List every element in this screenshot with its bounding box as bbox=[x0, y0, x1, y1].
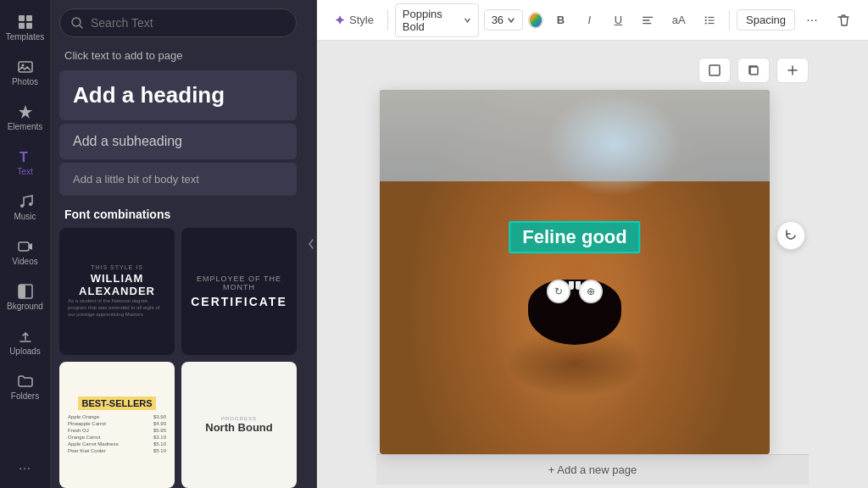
sidebar-item-photos[interactable]: Photos bbox=[3, 52, 47, 93]
search-input[interactable] bbox=[91, 16, 286, 30]
divider-1 bbox=[387, 10, 388, 30]
videos-label: Videos bbox=[12, 257, 37, 266]
font-name: Poppins Bold bbox=[403, 8, 460, 33]
svg-rect-15 bbox=[705, 16, 707, 18]
add-page-button[interactable]: + Add a new page bbox=[376, 454, 809, 485]
add-button[interactable] bbox=[776, 58, 809, 83]
refresh-icon bbox=[784, 229, 798, 242]
font-picker[interactable]: Poppins Bold bbox=[395, 3, 479, 37]
add-heading-button[interactable]: Add a heading bbox=[59, 70, 297, 120]
sidebar-item-folders[interactable]: Folders bbox=[3, 366, 47, 408]
music-label: Music bbox=[14, 212, 36, 221]
sidebar-item-videos[interactable]: Videos bbox=[3, 231, 47, 273]
divider-2 bbox=[729, 10, 730, 30]
text-element[interactable]: Feline good bbox=[509, 221, 640, 253]
svg-text:T: T bbox=[19, 150, 28, 164]
align-icon bbox=[642, 14, 654, 27]
copy-button[interactable] bbox=[737, 58, 770, 83]
main-area: Style Poppins Bold 36 B I U aA bbox=[317, 0, 868, 488]
svg-rect-17 bbox=[705, 22, 707, 24]
combo-north-bound-title: North Bound bbox=[190, 421, 288, 434]
frame-button[interactable] bbox=[698, 58, 731, 83]
font-combo-william-alexander[interactable]: this style is WILLIAM ALEXANDER As a stu… bbox=[59, 228, 175, 355]
chevron-down-icon-2 bbox=[507, 16, 515, 25]
sidebar-item-templates[interactable]: Templates bbox=[3, 7, 47, 48]
text-options: Add a heading Add a subheading Add a lit… bbox=[51, 70, 305, 196]
canvas[interactable]: Feline good ↻ ⊕ bbox=[380, 90, 770, 454]
svg-rect-0 bbox=[19, 15, 25, 21]
uploads-icon bbox=[17, 328, 34, 345]
combo-cert-subtitle: EMPLOYEE OF THE MONTH bbox=[190, 274, 288, 291]
font-combo-best-sellers[interactable]: BEST-SELLERS Apple Orange$3.90 Pineapple… bbox=[59, 362, 175, 489]
sidebar-item-elements[interactable]: Elements bbox=[3, 97, 47, 138]
sidebar-item-music[interactable]: Music bbox=[3, 186, 47, 228]
canvas-sky bbox=[380, 90, 770, 181]
magic-icon bbox=[334, 14, 346, 26]
refresh-button[interactable] bbox=[776, 221, 805, 250]
frame-icon bbox=[708, 64, 721, 77]
music-icon bbox=[17, 193, 34, 210]
videos-icon bbox=[17, 238, 34, 255]
add-body-button[interactable]: Add a little bit of body text bbox=[59, 163, 297, 196]
bold-button[interactable]: B bbox=[548, 8, 572, 32]
list-button[interactable] bbox=[697, 8, 722, 32]
chevron-left-icon bbox=[308, 238, 314, 250]
search-bar[interactable] bbox=[59, 8, 297, 37]
sidebar-item-text[interactable]: T Text bbox=[3, 141, 47, 183]
rotate-button[interactable]: ↻ bbox=[547, 280, 570, 303]
text-label: Text bbox=[17, 167, 32, 176]
folders-label: Folders bbox=[11, 391, 39, 401]
list-icon bbox=[704, 14, 715, 27]
font-combinations-label: Font combinations bbox=[51, 196, 305, 228]
color-picker[interactable] bbox=[528, 12, 543, 29]
click-to-add-label: Click text to add to page bbox=[51, 46, 305, 70]
trash-icon bbox=[836, 13, 851, 28]
bkground-icon bbox=[17, 283, 34, 300]
svg-rect-10 bbox=[19, 242, 29, 251]
align-button[interactable] bbox=[635, 8, 660, 32]
delete-button[interactable] bbox=[829, 8, 858, 32]
combo-title: WILLIAM ALEXANDER bbox=[68, 272, 166, 297]
svg-rect-16 bbox=[705, 19, 707, 21]
svg-point-9 bbox=[29, 202, 32, 206]
sidebar-item-more[interactable]: ··· bbox=[3, 454, 47, 481]
photos-icon bbox=[17, 58, 34, 75]
move-button[interactable]: ⊕ bbox=[579, 280, 603, 303]
font-size: 36 bbox=[492, 14, 504, 26]
combo-subtitle: this style is bbox=[68, 264, 166, 270]
underline-button[interactable]: U bbox=[606, 8, 630, 32]
svg-marker-6 bbox=[19, 105, 32, 119]
sidebar-item-bkground[interactable]: Bkground bbox=[3, 276, 47, 318]
elements-label: Elements bbox=[8, 122, 43, 131]
sidebar: Templates Photos Elements T Text Music V… bbox=[0, 0, 51, 488]
svg-rect-13 bbox=[19, 285, 25, 298]
uploads-label: Uploads bbox=[9, 347, 41, 356]
combo-best-sellers-title: BEST-SELLERS bbox=[78, 396, 155, 410]
bkground-label: Bkground bbox=[7, 302, 43, 311]
font-combo-north-bound[interactable]: PROGRESS North Bound bbox=[181, 362, 297, 489]
refresh-container bbox=[776, 221, 805, 250]
photos-label: Photos bbox=[12, 77, 38, 86]
sidebar-item-uploads[interactable]: Uploads bbox=[3, 321, 47, 363]
svg-rect-1 bbox=[26, 15, 32, 21]
combo-body: As a student of the National degree prog… bbox=[68, 297, 166, 319]
panel-collapse-handle[interactable] bbox=[305, 0, 317, 488]
more-options-button[interactable]: ··· bbox=[800, 8, 824, 32]
case-button[interactable]: aA bbox=[666, 8, 692, 32]
toolbar: Style Poppins Bold 36 B I U aA bbox=[317, 0, 868, 41]
templates-icon bbox=[17, 14, 34, 30]
italic-button[interactable]: I bbox=[577, 8, 601, 32]
font-size-picker[interactable]: 36 bbox=[484, 9, 523, 30]
svg-point-8 bbox=[20, 204, 24, 208]
folders-icon bbox=[17, 373, 34, 390]
font-combo-certificate[interactable]: EMPLOYEE OF THE MONTH CERTIFICATE bbox=[181, 228, 297, 355]
search-icon bbox=[70, 16, 84, 30]
spacing-button[interactable]: Spacing bbox=[737, 9, 795, 30]
more-icon: ··· bbox=[19, 461, 31, 474]
text-controls: ↻ ⊕ bbox=[547, 280, 603, 303]
add-subheading-button[interactable]: Add a subheading bbox=[59, 124, 297, 159]
font-combinations-grid: this style is WILLIAM ALEXANDER As a stu… bbox=[51, 228, 305, 488]
style-button[interactable]: Style bbox=[327, 10, 381, 30]
plus-icon bbox=[786, 64, 799, 77]
text-icon: T bbox=[17, 148, 34, 165]
